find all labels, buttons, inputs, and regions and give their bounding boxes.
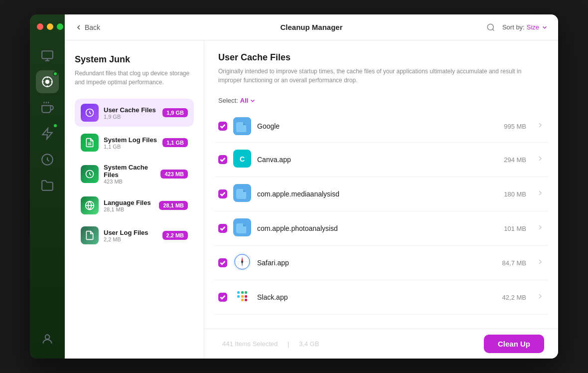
junk-size-language: 28,1 MB [104,206,154,212]
file-item-safari[interactable]: Safari.app 84,7 MB [214,246,548,280]
file-item-google[interactable]: Google 995 MB [214,110,548,143]
chevron-right-google[interactable] [536,121,544,131]
sidebar-item-monitor[interactable] [36,44,59,67]
chevron-right-canva[interactable] [536,155,544,165]
svg-rect-33 [245,291,247,294]
header-right: Sort by: Size [390,23,548,32]
sidebar-item-updater[interactable] [36,148,59,171]
file-size-slack: 42,2 MB [502,294,526,301]
file-icon-safari [233,253,251,273]
junk-item-system-log[interactable]: System Log Files 1,1 GB 1,1 GB [75,129,194,157]
checkbox-mediaanalysisd[interactable] [218,189,227,198]
junk-badge-language: 28,1 MB [159,201,188,210]
junk-item-user-log[interactable]: User Log Files 2,2 MB 2,2 MB [75,221,194,249]
junk-name-language: Language Files [104,199,154,206]
svg-point-9 [487,24,493,30]
junk-item-user-cache[interactable]: User Cache Files 1,9 GB 1,9 GB [75,99,194,127]
svg-rect-0 [42,51,53,58]
junk-icon-user-log [81,226,99,244]
junk-size-system-log: 1,1 GB [104,144,157,150]
svg-point-8 [45,335,50,339]
junk-icon-language [81,196,99,214]
checkbox-slack[interactable] [218,293,227,302]
sidebar-item-files[interactable] [36,174,59,197]
file-item-slack[interactable]: Slack.app 42,2 MB [214,280,548,315]
svg-rect-34 [241,295,244,298]
footer-divider: | [288,340,289,348]
file-item-mediaanalysisd[interactable]: com.apple.mediaanalysisd 180 MB [214,177,548,211]
sidebar-optimizer-badge [53,123,58,128]
sidebar-item-cleaner[interactable] [36,70,59,93]
file-name-canva: Canva.app [257,156,498,164]
file-icon-mediaanalysisd [233,184,251,204]
right-desc: Originally intended to improve startup t… [218,67,544,85]
file-name-slack: Slack.app [257,293,496,301]
sidebar-item-user[interactable] [36,328,59,351]
checkbox-canva[interactable] [218,155,227,164]
sidebar-item-privacy[interactable] [36,96,59,119]
junk-badge-system-log: 1,1 GB [162,138,188,147]
file-size-canva: 294 MB [504,156,526,164]
cleanup-button[interactable]: Clean Up [484,335,544,353]
junk-badge-user-log: 2,2 MB [162,231,188,240]
file-list: Google 995 MB [204,110,558,329]
maximize-button[interactable] [57,23,63,30]
svg-rect-31 [237,291,240,294]
checkbox-safari[interactable] [218,258,227,267]
select-label: Select: [218,97,238,104]
junk-icon-system-log [81,134,99,152]
file-size-safari: 84,7 MB [502,259,526,267]
header-title: Cleanup Manager [233,23,391,31]
sidebar-badge [53,71,58,76]
left-panel: System Junk Redundant files that clog up… [65,40,204,359]
junk-icon-user-cache [81,104,99,122]
junk-size-user-cache: 1,9 GB [104,114,157,120]
chevron-right-safari[interactable] [536,258,544,268]
section-desc: Redundant files that clog up device stor… [75,69,194,87]
sort-by-control[interactable]: Sort by: Size [502,23,548,31]
chevron-down-icon [541,24,548,31]
body: System Junk Redundant files that clog up… [65,40,558,359]
close-button[interactable] [37,23,43,30]
footer-info: 441 Items Selected | 3,4 GB [218,340,484,348]
junk-info-language: Language Files 28,1 MB [104,199,154,212]
svg-rect-32 [241,291,244,294]
sort-by-label: Sort by: [502,23,525,31]
right-panel: User Cache Files Originally intended to … [204,40,558,359]
search-icon[interactable] [486,23,495,32]
select-all-button[interactable]: All [240,97,257,104]
sidebar-item-optimizer[interactable] [36,122,59,145]
junk-item-system-cache[interactable]: System Cache Files 423 MB 423 MB [75,159,194,189]
junk-info-user-log: User Log Files 2,2 MB [104,229,157,242]
file-size-mediaanalysisd: 180 MB [504,190,526,198]
checkbox-google[interactable] [218,122,227,131]
chevron-right-slack[interactable] [536,292,544,302]
junk-name-system-log: System Log Files [104,136,157,144]
file-icon-google [233,117,251,135]
chevron-right-photoanalysisd[interactable] [536,223,544,233]
file-item-canva[interactable]: C Canva.app 294 MB [214,143,548,177]
sidebar [30,14,65,359]
sort-by-value: Size [527,23,539,31]
junk-icon-system-cache [81,165,99,183]
main-content: Back Cleanup Manager Sort by: Size [65,14,558,359]
section-title: System Junk [75,54,194,65]
traffic-lights [37,23,63,30]
file-name-photoanalysisd: com.apple.photoanalysisd [257,224,498,232]
junk-item-language[interactable]: Language Files 28,1 MB 28,1 MB [75,191,194,219]
file-name-google: Google [257,122,498,130]
minimize-button[interactable] [47,23,53,30]
right-title: User Cache Files [218,52,544,63]
file-icon-canva: C [233,150,251,170]
file-item-photoanalysisd[interactable]: com.apple.photoanalysisd 101 MB [214,211,548,246]
svg-rect-30 [237,295,240,298]
back-button[interactable]: Back [75,23,233,31]
svg-rect-35 [241,299,244,301]
svg-rect-36 [245,295,247,298]
checkbox-photoanalysisd[interactable] [218,224,227,233]
file-size-google: 995 MB [504,123,526,130]
file-name-mediaanalysisd: com.apple.mediaanalysisd [257,190,498,198]
items-selected: 441 Items Selected [222,340,278,348]
file-icon-slack [233,287,251,307]
chevron-right-mediaanalysisd[interactable] [536,189,544,199]
